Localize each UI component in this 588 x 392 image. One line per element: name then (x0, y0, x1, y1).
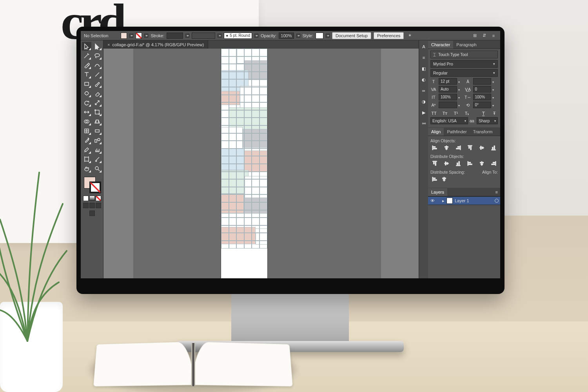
all-caps-icon[interactable]: TT (430, 111, 437, 116)
mesh-tool[interactable] (82, 127, 91, 135)
spacing-hl[interactable] (431, 176, 438, 182)
stroke-weight-field[interactable] (167, 33, 183, 39)
eraser-tool[interactable] (93, 89, 102, 98)
rotate-tool[interactable] (82, 98, 91, 107)
superscript-icon[interactable]: T¹ (452, 111, 459, 116)
rotation-field[interactable]: 0° (473, 102, 492, 108)
actions-icon[interactable]: ▶ (420, 109, 428, 116)
layer-row[interactable]: 👁 ▸ Layer 1 (428, 196, 500, 205)
hscale-field[interactable]: 100% (473, 94, 492, 100)
underline-icon[interactable]: T̲ (480, 111, 487, 116)
zoom-tool[interactable] (93, 164, 102, 173)
expand-layer-icon[interactable]: ▸ (442, 198, 445, 203)
cc-libraries-icon[interactable]: ∞ (420, 87, 428, 94)
artboard-tool[interactable] (82, 155, 91, 163)
visibility-icon[interactable]: 👁 (430, 198, 435, 203)
distribute-hr[interactable] (490, 160, 497, 167)
graph-tool[interactable] (93, 145, 102, 154)
brush-dropdown[interactable] (254, 34, 258, 38)
brush-preview[interactable]: ● 5 pt. Round (224, 33, 252, 39)
align-vt[interactable] (466, 145, 474, 151)
leading-field[interactable] (473, 78, 492, 85)
dock-expand-icon[interactable]: ⊞ (471, 33, 478, 39)
canvas-area[interactable] (103, 49, 419, 278)
color-mode-none[interactable] (96, 196, 101, 201)
line-tool[interactable] (93, 70, 102, 79)
magic-wand-tool[interactable] (82, 51, 91, 60)
direct-selection-tool[interactable] (93, 42, 102, 51)
opacity-dropdown[interactable] (296, 34, 300, 38)
vsp-field[interactable] (192, 33, 215, 39)
baseline-field[interactable] (439, 102, 457, 108)
small-caps-icon[interactable]: Tᴛ (441, 111, 448, 116)
anti-alias-select[interactable]: Sharp (477, 117, 498, 124)
align-hc[interactable] (443, 145, 450, 151)
symbol-sprayer-tool[interactable] (82, 145, 91, 154)
fill-stroke-control[interactable] (82, 175, 102, 194)
free-transform-tool[interactable] (93, 108, 102, 116)
color-icon[interactable]: ◐ (420, 76, 428, 83)
swatches-icon[interactable]: ◧ (420, 65, 428, 73)
kerning-field[interactable]: Auto (439, 86, 457, 93)
draw-behind[interactable] (89, 203, 95, 208)
appearance-icon[interactable]: ◑ (420, 98, 428, 105)
touch-type-button[interactable]: ⌶ Touch Type Tool (430, 51, 498, 58)
language-select[interactable]: English: USA (430, 117, 468, 124)
arrange-icon[interactable]: ⇵ (481, 33, 488, 39)
scale-tool[interactable] (93, 98, 102, 107)
subscript-icon[interactable]: T₁ (463, 111, 470, 116)
perspective-tool[interactable] (93, 117, 102, 126)
align-hr[interactable] (455, 145, 462, 151)
distribute-hl[interactable] (466, 160, 474, 167)
tab-layers[interactable]: Layers (428, 188, 447, 196)
style-swatch[interactable] (316, 33, 323, 39)
preferences-button[interactable]: Preferences (374, 32, 404, 39)
vscale-field[interactable]: 100% (439, 94, 457, 100)
selection-tool[interactable] (82, 42, 91, 51)
font-size-field[interactable]: 12 pt (439, 78, 457, 85)
align-vc[interactable] (478, 145, 485, 151)
distribute-vt[interactable] (431, 160, 438, 167)
distribute-vb[interactable] (455, 160, 462, 167)
tab-pathfinder[interactable]: Pathfinder (444, 128, 470, 136)
pen-tool[interactable] (82, 61, 91, 69)
rectangle-tool[interactable] (82, 80, 91, 88)
gradient-tool[interactable] (93, 127, 102, 135)
color-mode-gradient[interactable] (89, 196, 95, 201)
draw-normal[interactable] (83, 203, 89, 208)
stroke-weight-dropdown[interactable] (185, 34, 189, 38)
paintbrush-tool[interactable] (93, 80, 102, 88)
panel-menu-icon[interactable]: ≡ (490, 33, 497, 39)
strikethrough-icon[interactable]: Ŧ (491, 111, 498, 116)
draw-inside[interactable] (96, 203, 101, 208)
links-icon[interactable]: ⚯ (420, 120, 428, 127)
align-flyout-icon[interactable]: ✶ (406, 33, 413, 39)
stroke-dropdown[interactable] (144, 34, 148, 38)
blend-tool[interactable] (93, 136, 102, 145)
lasso-tool[interactable] (93, 51, 102, 60)
width-tool[interactable] (82, 108, 91, 116)
stroke-color-box[interactable] (89, 181, 101, 193)
hand-tool[interactable] (82, 164, 91, 173)
artboard[interactable] (221, 49, 267, 278)
distribute-vc[interactable] (443, 160, 450, 167)
shaper-tool[interactable] (82, 89, 91, 98)
layer-name[interactable]: Layer 1 (455, 198, 469, 203)
tab-paragraph[interactable]: Paragraph (453, 41, 479, 49)
type-tool[interactable] (82, 70, 91, 79)
font-style-select[interactable]: Regular (430, 69, 498, 77)
layer-target-icon[interactable] (495, 199, 499, 203)
document-setup-button[interactable]: Document Setup (332, 32, 371, 39)
eyedropper-tool[interactable] (82, 136, 91, 145)
screen-mode[interactable] (89, 211, 95, 216)
font-family-select[interactable]: Myriad Pro (430, 60, 498, 68)
style-dropdown[interactable] (326, 34, 330, 38)
slice-tool[interactable] (93, 155, 102, 163)
stroke-swatch[interactable] (136, 33, 142, 39)
align-vb[interactable] (490, 145, 497, 151)
fill-swatch[interactable] (121, 33, 127, 39)
opacity-field[interactable]: 100% (279, 33, 294, 39)
layers-menu-icon[interactable]: ≡ (495, 190, 500, 194)
color-mode-solid[interactable] (83, 196, 89, 201)
fill-dropdown[interactable] (129, 34, 133, 38)
